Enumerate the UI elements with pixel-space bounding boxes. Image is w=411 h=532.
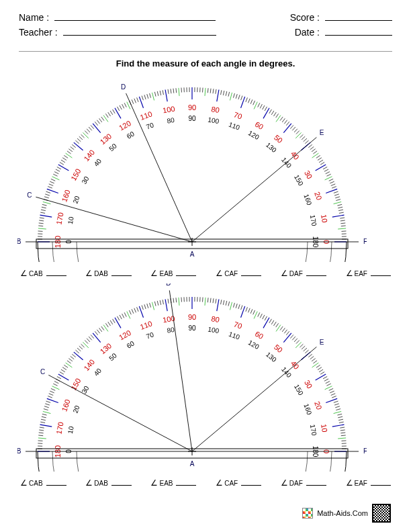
- svg-line-245: [41, 419, 46, 420]
- svg-text:90: 90: [188, 313, 196, 321]
- svg-line-336: [226, 301, 227, 306]
- svg-line-308: [152, 302, 154, 310]
- teacher-input-line[interactable]: [63, 35, 216, 36]
- svg-line-48: [89, 127, 92, 130]
- worksheet-header: Name : Score : Teacher : Date :: [0, 0, 411, 47]
- svg-line-301: [134, 308, 136, 312]
- svg-line-258: [52, 386, 60, 390]
- svg-text:30: 30: [303, 169, 314, 181]
- svg-line-223: [192, 137, 316, 242]
- svg-line-407: [341, 435, 346, 436]
- svg-line-350: [260, 314, 262, 318]
- svg-text:170: 170: [309, 424, 318, 437]
- svg-text:90: 90: [188, 324, 196, 332]
- svg-line-65: [127, 102, 130, 109]
- svg-line-382: [320, 372, 324, 375]
- svg-line-170: [332, 215, 345, 217]
- svg-text:E: E: [320, 129, 324, 136]
- answer-input-line[interactable]: [371, 485, 391, 486]
- svg-text:30: 30: [303, 379, 314, 390]
- svg-line-249: [44, 409, 48, 410]
- svg-line-147: [318, 158, 322, 161]
- svg-line-385: [324, 379, 328, 381]
- svg-line-259: [53, 384, 57, 386]
- footer-site: Math-Aids.Com: [317, 509, 368, 517]
- svg-line-348: [254, 312, 257, 319]
- svg-text:30: 30: [81, 384, 91, 395]
- svg-line-345: [248, 308, 250, 312]
- svg-line-379: [316, 365, 320, 367]
- answer-input-line[interactable]: [111, 275, 132, 276]
- svg-line-305: [144, 304, 146, 309]
- svg-line-64: [124, 103, 126, 107]
- svg-line-401: [338, 419, 343, 420]
- protractor-svg: 1800170101602015030140401305012060110701…: [17, 283, 367, 472]
- svg-line-62: [120, 105, 122, 109]
- svg-line-306: [147, 304, 148, 308]
- svg-line-8: [39, 220, 44, 221]
- answer-input-line[interactable]: [241, 485, 261, 486]
- svg-line-133: [294, 129, 298, 132]
- svg-line-117: [260, 104, 262, 108]
- svg-line-359: [280, 326, 283, 330]
- svg-line-144: [313, 151, 317, 154]
- svg-line-71: [142, 96, 143, 101]
- svg-line-42: [77, 138, 81, 142]
- svg-line-364: [290, 335, 293, 338]
- answer-input-line[interactable]: [111, 485, 132, 486]
- svg-line-142: [310, 146, 314, 149]
- svg-line-353: [263, 318, 269, 328]
- svg-line-57: [108, 112, 111, 116]
- svg-line-299: [129, 310, 131, 314]
- svg-line-291: [110, 320, 113, 324]
- svg-line-244: [40, 422, 45, 423]
- svg-line-158: [331, 184, 335, 186]
- svg-line-375: [310, 356, 314, 359]
- svg-line-334: [221, 300, 222, 304]
- score-label: Score :: [290, 12, 320, 23]
- score-input-line[interactable]: [325, 20, 392, 21]
- svg-text:50: 50: [273, 343, 284, 354]
- answer-caf: ∠CAF: [216, 269, 261, 278]
- svg-line-255: [49, 394, 53, 396]
- svg-line-127: [282, 118, 285, 122]
- answer-input-line[interactable]: [176, 485, 196, 486]
- answer-input-line[interactable]: [46, 485, 66, 486]
- svg-line-335: [223, 300, 224, 305]
- answer-input-line[interactable]: [176, 275, 196, 276]
- svg-text:80: 80: [167, 116, 175, 125]
- svg-line-166: [337, 204, 342, 206]
- answer-input-line[interactable]: [46, 275, 66, 276]
- svg-line-164: [336, 200, 340, 201]
- svg-line-347: [253, 310, 255, 314]
- svg-line-78: [160, 91, 161, 95]
- answer-input-line[interactable]: [306, 275, 326, 276]
- svg-line-260: [54, 382, 58, 384]
- svg-line-250: [44, 406, 49, 408]
- name-input-line[interactable]: [54, 20, 216, 21]
- svg-line-314: [168, 299, 169, 304]
- svg-line-61: [117, 107, 119, 111]
- svg-line-162: [334, 194, 339, 195]
- svg-text:100: 100: [208, 325, 220, 335]
- answer-input-line[interactable]: [306, 485, 326, 486]
- svg-line-108: [238, 95, 240, 99]
- answer-caf: ∠CAF: [216, 478, 261, 488]
- svg-line-252: [46, 401, 51, 402]
- svg-line-98: [213, 89, 214, 93]
- svg-line-169: [339, 212, 344, 213]
- svg-line-18: [45, 194, 50, 195]
- date-input-line[interactable]: [325, 35, 392, 36]
- svg-text:130: 130: [265, 351, 278, 363]
- svg-line-156: [329, 179, 333, 181]
- svg-text:D: D: [121, 83, 126, 91]
- svg-line-9: [40, 218, 44, 218]
- svg-line-256: [50, 391, 54, 393]
- svg-text:B: B: [17, 447, 21, 455]
- svg-text:10: 10: [320, 423, 329, 433]
- answer-input-line[interactable]: [371, 275, 391, 276]
- answer-input-line[interactable]: [241, 275, 261, 276]
- svg-text:10: 10: [66, 216, 75, 224]
- svg-line-50: [93, 124, 101, 133]
- answer-eab: ∠EAB: [150, 269, 196, 278]
